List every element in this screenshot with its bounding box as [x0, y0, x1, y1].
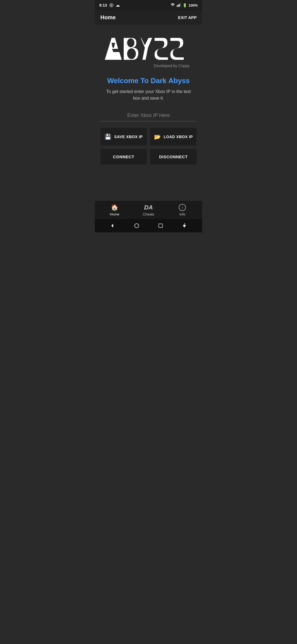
accessibility-button[interactable]	[182, 223, 187, 228]
disconnect-button[interactable]: DISCONNECT	[150, 149, 197, 165]
main-content: Welcome To Dark Abyss To get started ent…	[95, 71, 202, 200]
folder-icon: 📂	[154, 133, 161, 140]
svg-point-8	[127, 39, 134, 47]
back-button[interactable]	[110, 223, 115, 228]
nav-info[interactable]: i Info	[171, 204, 193, 216]
info-icon: i	[179, 204, 186, 211]
battery-icon: 🔋	[183, 3, 187, 7]
svg-point-9	[127, 48, 136, 59]
load-xbox-ip-button[interactable]: 📂 LOAD XBOX IP	[150, 128, 197, 146]
notification-icon: !	[109, 3, 114, 7]
status-left: 9:13 ! ☁	[99, 3, 120, 7]
svg-rect-0	[177, 5, 177, 7]
home-button[interactable]	[134, 223, 139, 228]
svg-rect-2	[179, 4, 180, 7]
svg-marker-10	[141, 38, 152, 60]
svg-marker-11	[111, 224, 113, 227]
xbox-ip-input[interactable]	[100, 110, 197, 121]
page-title: Home	[100, 14, 116, 21]
logo-area: Developed by Crippy	[95, 24, 202, 71]
status-right: 🔋 100%	[170, 3, 198, 8]
time-display: 9:13	[99, 3, 107, 7]
recent-apps-button[interactable]	[158, 223, 163, 228]
svg-rect-13	[159, 224, 163, 228]
svg-rect-3	[180, 3, 181, 7]
da-logo-nav-icon: DA	[144, 204, 153, 211]
nav-home[interactable]: 🏠 Home	[104, 204, 126, 216]
svg-point-12	[135, 224, 139, 228]
exit-app-button[interactable]: EXIT APP	[178, 15, 197, 20]
save-xbox-ip-button[interactable]: 💾 SAVE XBOX IP	[100, 128, 147, 146]
bottom-nav: 🏠 Home DA Cheats i Info	[95, 200, 202, 219]
abyss-logo	[105, 36, 192, 62]
welcome-description: To get started enter your Xbox IP in the…	[100, 88, 197, 102]
svg-point-14	[184, 223, 185, 224]
nav-home-label: Home	[110, 212, 119, 216]
system-nav-bar	[95, 219, 202, 232]
nav-da-cheats[interactable]: DA Cheats	[138, 204, 160, 216]
nav-info-label: Info	[179, 212, 185, 216]
svg-rect-1	[178, 4, 178, 7]
nav-cheats-label: Cheats	[143, 212, 154, 216]
battery-percent: 100%	[189, 3, 198, 7]
top-bar: Home EXIT APP	[95, 10, 202, 24]
ip-input-container	[100, 110, 197, 121]
home-icon: 🏠	[111, 204, 118, 211]
wifi-icon	[170, 3, 175, 8]
signal-icon	[177, 3, 181, 8]
save-icon: 💾	[105, 133, 112, 140]
abyss-logo-container	[100, 33, 197, 62]
connect-button[interactable]: CONNECT	[100, 149, 147, 165]
welcome-title: Welcome To Dark Abyss	[107, 77, 190, 85]
cloud-icon: ☁	[116, 3, 120, 7]
buttons-grid: 💾 SAVE XBOX IP 📂 LOAD XBOX IP CONNECT DI…	[100, 128, 197, 165]
status-bar: 9:13 ! ☁ 🔋 100%	[95, 0, 202, 10]
developed-by-text: Developed by Crippy	[154, 64, 189, 68]
